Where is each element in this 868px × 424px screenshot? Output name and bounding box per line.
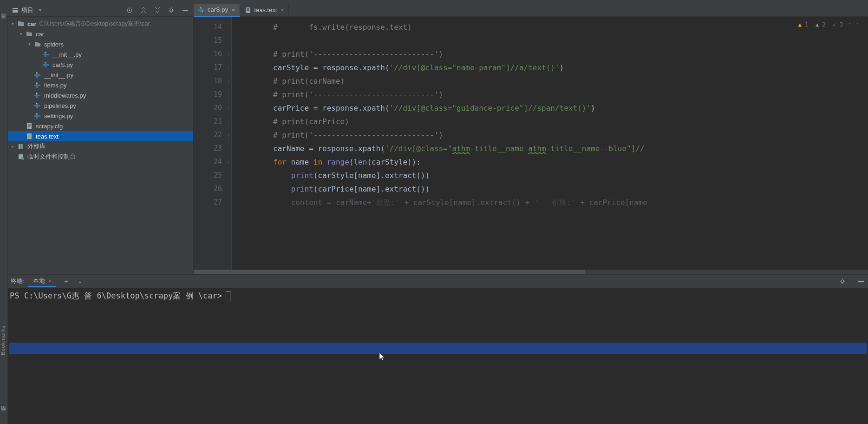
code-line[interactable]: carPrice = response.xpath('//div[@class=… (237, 101, 868, 115)
svg-rect-17 (35, 42, 38, 43)
code-line[interactable]: for name in range(len(carStyle)): (237, 155, 868, 169)
tree-item-name: 外部库 (27, 142, 46, 151)
chevron-down-icon[interactable]: ˅ (856, 22, 859, 27)
tree-row[interactable]: __init__.py (8, 70, 193, 80)
tree-row[interactable]: 临时文件和控制台 (8, 152, 193, 162)
svg-point-3 (129, 9, 131, 11)
terminal-tab-local[interactable]: 本地 × (28, 276, 56, 287)
folder-icon (26, 30, 33, 38)
fold-handle-icon[interactable]: ⁝ (225, 106, 229, 111)
tree-row[interactable]: ▸外部库 (8, 141, 193, 152)
bookmarks-toolwindow-tab[interactable]: Bookmarks (0, 322, 6, 359)
py-icon (34, 81, 41, 89)
code-line[interactable]: print(carPrice[name].extract()) (237, 182, 868, 196)
svg-rect-28 (28, 126, 30, 127)
hide-panel-icon[interactable] (857, 277, 865, 285)
gear-icon[interactable] (168, 7, 175, 14)
tree-row[interactable]: settings.py (8, 111, 193, 121)
svg-point-20 (36, 73, 37, 73)
inspection-badges[interactable]: ▲1 ▲2 ✓3 ˄ ˅ (796, 21, 859, 28)
tree-row[interactable]: items.py (8, 80, 193, 90)
code-line[interactable]: # print(carName) (237, 74, 868, 88)
warning-icon: ▲ (796, 21, 803, 28)
fold-handle-icon[interactable]: ⁝ (225, 79, 229, 84)
fold-handle-icon[interactable]: ⁝ (225, 52, 229, 57)
code-line[interactable]: carName = response.xpath('//div[@class="… (237, 142, 868, 155)
svg-point-18 (45, 52, 46, 53)
py-icon (34, 92, 41, 99)
code-line[interactable] (237, 34, 868, 47)
code-line[interactable]: # print(carPrice) (237, 115, 868, 128)
project-toolwindow-tab[interactable]: 项目 (0, 18, 7, 26)
new-terminal-icon[interactable]: ＋ (62, 277, 70, 285)
tree-twisty-icon[interactable]: ▾ (20, 32, 26, 36)
gutter-line-number[interactable]: 15 (194, 34, 231, 47)
code-line[interactable]: # print('---------------------------') (237, 47, 868, 61)
svg-rect-30 (28, 135, 31, 135)
editor-area[interactable]: 1415161718192021222324252627⁝⁝⁝⁝⁝⁝⁝⁝ ▲1 … (194, 17, 868, 274)
svg-rect-1 (13, 10, 18, 13)
scratch-icon (17, 153, 25, 160)
tree-row[interactable]: carS.py (8, 60, 193, 70)
gutter-line-number[interactable]: 27 (194, 196, 231, 209)
chevron-down-icon[interactable]: ▼ (38, 8, 42, 13)
collapse-all-icon[interactable] (154, 7, 161, 14)
svg-rect-35 (22, 144, 23, 149)
locate-icon[interactable] (126, 7, 133, 14)
tree-row[interactable]: ▾car (8, 29, 193, 39)
svg-rect-16 (35, 43, 40, 46)
tree-row[interactable]: middlewares.py (8, 90, 193, 100)
expand-all-icon[interactable] (140, 7, 147, 14)
fold-handle-icon[interactable]: ⁝ (225, 66, 229, 70)
gutter-line-number[interactable]: 23 (194, 142, 231, 155)
gutter-line-number[interactable]: 25 (194, 169, 231, 182)
hide-panel-icon[interactable] (182, 7, 189, 14)
code-line[interactable]: # fs.write(response.text) (237, 20, 868, 34)
editor-tabs: carS.py●teas.text× (194, 4, 289, 17)
chevron-up-icon[interactable]: ˄ (848, 22, 851, 27)
tree-row[interactable]: pipelines.py (8, 100, 193, 111)
close-icon[interactable]: × (49, 278, 52, 284)
editor-horizontal-scrollbar[interactable] (194, 270, 868, 274)
tree-twisty-icon[interactable]: ▸ (12, 144, 17, 149)
project-view-icon[interactable] (12, 7, 19, 13)
structure-toolwindow-tab[interactable]: 结构 (0, 411, 7, 419)
lib-icon (17, 143, 25, 150)
gutter-line-number[interactable]: 26 (194, 182, 231, 196)
editor-tab[interactable]: carS.py● (194, 4, 240, 17)
tree-twisty-icon[interactable]: ▾ (12, 21, 17, 26)
tree-item-name: car (36, 31, 44, 38)
gear-icon[interactable] (838, 277, 847, 285)
chevron-down-icon[interactable]: ⌄ (76, 277, 84, 285)
tree-row[interactable]: ▾spiders (8, 39, 193, 49)
svg-point-7 (202, 11, 203, 12)
fold-handle-icon[interactable]: ⁝ (225, 160, 229, 165)
svg-rect-14 (26, 33, 32, 36)
fold-handle-icon[interactable]: ⁝ (225, 133, 229, 138)
tree-row[interactable]: teas.text (8, 131, 193, 141)
tree-row[interactable]: ▾carC:\Users\G惠普6\Desktop\scrapy案例\car (8, 19, 193, 29)
editor-tab[interactable]: teas.text× (240, 4, 289, 17)
tree-row[interactable]: scrapy.cfg (8, 121, 193, 131)
gutter-line-number[interactable]: 14 (194, 20, 231, 34)
code-line[interactable]: print(carStyle[name].extract()) (237, 169, 868, 182)
svg-rect-10 (247, 9, 249, 10)
weak-warning-count: 3 (840, 21, 843, 28)
svg-point-21 (36, 83, 37, 84)
code-line[interactable]: # print('---------------------------') (237, 128, 868, 142)
tree-twisty-icon[interactable]: ▾ (28, 42, 34, 46)
code-line[interactable]: # print('---------------------------') (237, 88, 868, 101)
tree-row[interactable]: __init__.py (8, 49, 193, 60)
code-line[interactable]: carStyle = response.xpath('//div[@class=… (237, 61, 868, 74)
terminal-title: 终端: (11, 277, 25, 285)
py-icon (42, 51, 50, 58)
svg-rect-32 (28, 137, 30, 137)
code-line[interactable]: content = carName+'款型:' + carStyle[name]… (237, 196, 868, 209)
text-icon (26, 132, 33, 140)
fold-handle-icon[interactable]: ⁝ (225, 119, 229, 124)
terminal-body[interactable]: PS C:\Users\G惠 普 6\Desktop\scrapy案 例 \ca… (8, 288, 868, 424)
modified-indicator-icon[interactable]: ● (232, 7, 235, 13)
mouse-cursor-icon (379, 353, 385, 361)
fold-handle-icon[interactable]: ⁝ (225, 93, 229, 97)
close-icon[interactable]: × (281, 7, 284, 13)
